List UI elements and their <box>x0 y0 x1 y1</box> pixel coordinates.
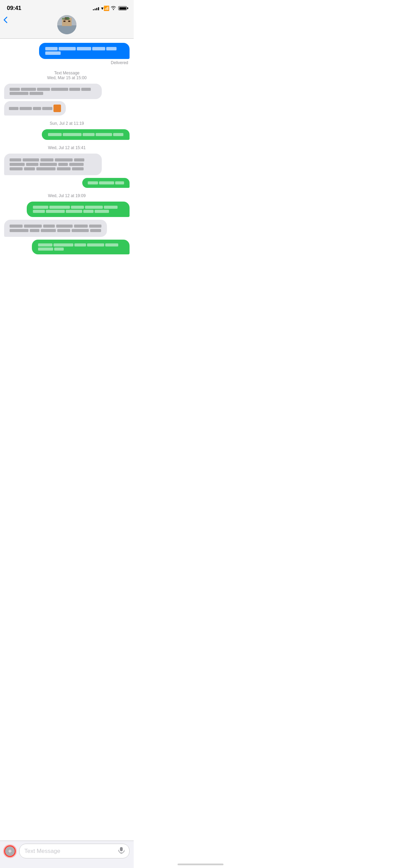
delivered-label: Delivered <box>4 60 130 65</box>
sent-bubble-green-medium[interactable] <box>32 240 130 254</box>
messages-area: Delivered Text Message Wed, Mar 15 at 15… <box>0 39 134 287</box>
sent-bubble-green-small[interactable] <box>82 178 130 188</box>
message-row <box>4 202 130 217</box>
message-row <box>4 84 130 99</box>
nav-header <box>0 14 134 38</box>
message-row <box>4 178 130 188</box>
message-row <box>4 240 130 254</box>
received-bubble-orange[interactable] <box>4 101 66 116</box>
sent-bubble-green[interactable] <box>42 129 130 140</box>
status-icons: ▾📶 <box>93 5 127 11</box>
back-button[interactable] <box>3 16 8 23</box>
message-row <box>4 220 130 237</box>
timestamp-text: Wed, Jul 12 at 15:41 <box>4 145 130 150</box>
svg-rect-8 <box>63 21 65 22</box>
svg-rect-7 <box>62 18 65 20</box>
sent-bubble-blue[interactable] <box>39 43 130 59</box>
message-row <box>4 129 130 140</box>
message-row <box>4 154 130 175</box>
timestamp-text: Wed, Jul 12 at 19:09 <box>4 193 130 198</box>
svg-rect-9 <box>68 21 70 22</box>
sent-bubble-green-wide[interactable] <box>27 202 130 217</box>
timestamp-label: Text Message Wed, Mar 15 at 15:00 <box>4 71 130 80</box>
timestamp-label: Wed, Jul 12 at 19:09 <box>4 193 130 198</box>
timestamp-label: Sun, Jul 2 at 11:19 <box>4 121 130 126</box>
message-row <box>4 43 130 59</box>
battery-icon <box>118 6 127 10</box>
status-time: 09:41 <box>7 5 21 12</box>
svg-rect-1 <box>57 25 76 34</box>
avatar[interactable] <box>57 15 76 34</box>
wifi-icon: ▾📶 <box>101 5 116 11</box>
signal-icon <box>93 6 99 10</box>
timestamp-label: Wed, Jul 12 at 15:41 <box>4 145 130 150</box>
received-bubble[interactable] <box>4 84 102 99</box>
status-bar: 09:41 ▾📶 <box>0 0 134 14</box>
timestamp-text: Text Message <box>4 71 130 75</box>
timestamp-sub: Wed, Mar 15 at 15:00 <box>4 75 130 80</box>
received-bubble-medium2[interactable] <box>4 220 107 237</box>
message-row <box>4 101 130 116</box>
svg-rect-6 <box>68 18 70 20</box>
received-bubble-large[interactable] <box>4 154 102 175</box>
timestamp-text: Sun, Jul 2 at 11:19 <box>4 121 130 126</box>
